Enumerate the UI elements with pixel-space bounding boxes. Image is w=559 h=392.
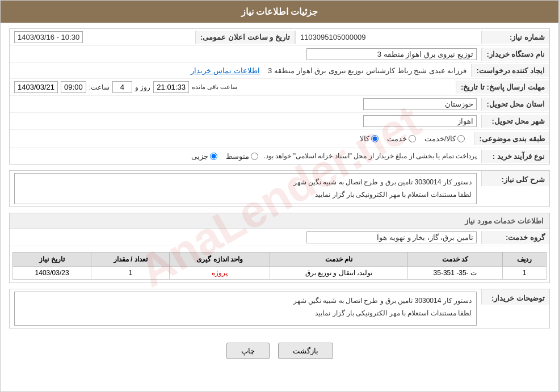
buyer-org-label: نام دستگاه خریدار:: [481, 48, 549, 61]
reply-date-box: 1403/03/21: [14, 81, 58, 93]
service-group-box: تامین برق، گاز، بخار و تهویه هوا: [306, 231, 477, 243]
need-description-value: دستور کار 3030014 تامین برق و طرح اتصال …: [10, 171, 481, 206]
table-row: 1 ت -35- 351-35 تولید، انتقال و توزیع بر…: [13, 267, 547, 280]
need-description-line1: دستور کار 3030014 تامین برق و طرح اتصال …: [19, 176, 472, 189]
category-value: کالا/خدمت خدمت کالا: [10, 130, 474, 147]
reply-deadline-date-row: ساعت باقی مانده 21:01:33 روز و 4 ساعت: 0…: [10, 79, 456, 95]
creator-contact-link[interactable]: اطلاعات تماس خریدار: [191, 66, 259, 75]
reply-deadline-label: مهلت ارسال پاسخ: تا تاریخ:: [456, 81, 549, 94]
buyer-description-section: توضیحات خریدار: دستور کار 3030014 تامین …: [9, 289, 550, 328]
days-value-box: 4: [112, 81, 132, 93]
creator-text: فرزانه عیدی شیخ رباط کارشناس توزیع نیروی…: [268, 66, 466, 75]
purchase-type-row: نوع فرآیند خرید : پرداخت تمام یا بخشی از…: [10, 148, 549, 164]
services-section: اطلاعات خدمات مورد نیاز گروه خدمت: تامین…: [9, 213, 550, 283]
need-description-box: دستور کار 3030014 تامین برق و طرح اتصال …: [14, 173, 477, 204]
services-title: اطلاعات خدمات مورد نیاز: [10, 213, 549, 229]
reply-time-box: 09:00: [61, 81, 86, 93]
service-group-text: تامین برق، گاز، بخار و تهویه هوا: [377, 233, 473, 242]
buyer-desc-value: دستور کار 3030014 تامین برق و طرح اتصال …: [10, 289, 481, 328]
buyer-desc-label: توضیحات خریدار:: [481, 289, 549, 305]
province-label: استان محل تحویل:: [481, 98, 549, 111]
category-kala-khedmat-radio[interactable]: [457, 135, 465, 142]
category-label: طبقه بندی موضوعی:: [474, 132, 549, 145]
purchase-jozii-item: جزیی: [191, 152, 217, 161]
announce-date-text: 1403/03/16 - 10:30: [18, 33, 79, 41]
purchase-jozii-label: جزیی: [191, 152, 208, 161]
cell-count: 1: [91, 267, 170, 280]
cell-date: 1403/03/23: [13, 267, 91, 280]
purchase-motavasset-item: متوسط: [226, 152, 258, 161]
cell-code: ت -35- 351-35: [407, 267, 502, 280]
province-box: خوزستان: [363, 98, 477, 110]
reply-deadline-row: مهلت ارسال پاسخ: تا تاریخ: ساعت باقی مان…: [10, 79, 549, 96]
cell-name: تولید، انتقال و توزیع برق: [270, 267, 407, 280]
creator-label: ایجاد کننده درخواست:: [471, 64, 549, 77]
reply-time-text: 09:00: [64, 83, 83, 91]
buyer-desc-box: دستور کار 3030014 تامین برق و طرح اتصال …: [14, 292, 477, 326]
purchase-jozii-radio[interactable]: [210, 153, 217, 160]
category-kala-label: کالا: [360, 134, 369, 143]
table-header-row: ردیف کد خدمت نام خدمت واحد اندازه گیری ت…: [13, 252, 547, 267]
purchase-type-label: نوع فرآیند خرید :: [481, 150, 549, 163]
province-row: استان محل تحویل: خوزستان: [10, 96, 549, 113]
category-kala-khedmat-item: کالا/خدمت: [424, 134, 465, 143]
page-container: AnaLender.net جزئیات اطلاعات نیاز شماره …: [0, 0, 559, 392]
city-box: اهواز: [363, 115, 477, 127]
category-row: طبقه بندی موضوعی: کالا/خدمت خدمت: [10, 130, 549, 148]
purchase-motavasset-label: متوسط: [226, 152, 249, 161]
reply-date-text: 1403/03/21: [18, 83, 54, 91]
main-content: شماره نیاز: 1103095105000009 تاریخ و ساع…: [1, 23, 558, 373]
main-info-section: شماره نیاز: 1103095105000009 تاریخ و ساع…: [9, 28, 550, 165]
service-group-label: گروه خدمت:: [481, 231, 549, 244]
page-title: جزئیات اطلاعات نیاز: [241, 7, 318, 16]
remain-label: ساعت باقی مانده: [192, 83, 237, 91]
buyer-org-row: نام دستگاه خریدار: توزیع نیروی برق اهواز…: [10, 46, 549, 63]
need-number-label: شماره نیاز:: [481, 31, 549, 44]
buyer-org-text: توزیع نیروی برق اهواز منطقه 3: [377, 50, 473, 58]
announce-date-value: 1403/03/16 - 10:30: [10, 29, 195, 45]
col-date: تاریخ نیاز: [13, 252, 91, 267]
days-label: روز و: [135, 83, 150, 91]
col-unit: واحد اندازه گیری: [170, 252, 270, 267]
days-value-text: 4: [120, 83, 124, 91]
col-code: کد خدمت: [407, 252, 502, 267]
category-kala-item: کالا: [360, 134, 379, 143]
print-button[interactable]: چاپ: [226, 343, 270, 359]
purchase-motavasset-radio[interactable]: [251, 153, 258, 160]
announce-date-label: تاریخ و ساعت اعلان عمومی:: [195, 31, 295, 44]
purchase-radio-group: متوسط جزیی: [191, 152, 258, 161]
services-table: ردیف کد خدمت نام خدمت واحد اندازه گیری ت…: [12, 252, 547, 280]
services-table-wrapper: ردیف کد خدمت نام خدمت واحد اندازه گیری ت…: [10, 246, 549, 283]
col-row: ردیف: [502, 252, 546, 267]
buyer-description-row: توضیحات خریدار: دستور کار 3030014 تامین …: [10, 289, 549, 328]
back-button[interactable]: بازگشت: [278, 343, 333, 359]
category-khedmat-radio[interactable]: [409, 135, 416, 142]
category-kala-radio[interactable]: [371, 135, 379, 142]
col-count: تعداد / مقدار: [91, 252, 170, 267]
category-khedmat-label: خدمت: [387, 134, 407, 143]
time-label: ساعت:: [89, 83, 110, 91]
need-number-row: شماره نیاز: 1103095105000009 تاریخ و ساع…: [10, 29, 549, 46]
city-text: اهواز: [457, 117, 473, 125]
creator-row: ایجاد کننده درخواست: فرزانه عیدی شیخ ربا…: [10, 63, 549, 79]
category-radio-group: کالا/خدمت خدمت کالا: [14, 132, 469, 145]
category-kala-khedmat-label: کالا/خدمت: [424, 134, 456, 143]
need-description-row: شرح کلی نیاز: دستور کار 3030014 تامین بر…: [10, 171, 549, 206]
need-description-section: شرح کلی نیاز: دستور کار 3030014 تامین بر…: [9, 170, 550, 207]
buyer-org-value: توزیع نیروی برق اهواز منطقه 3: [10, 46, 481, 62]
col-name: نام خدمت: [270, 252, 407, 267]
page-header: جزئیات اطلاعات نیاز: [1, 1, 558, 23]
city-label: شهر محل تحویل:: [481, 115, 549, 128]
service-group-row: گروه خدمت: تامین برق، گاز، بخار و تهویه …: [10, 229, 549, 246]
announce-date-box: 1403/03/16 - 10:30: [14, 31, 83, 43]
buyer-desc-line1: دستور کار 3030014 تامین برق و طرح اتصال …: [19, 295, 472, 307]
buyer-desc-line2: لطفا مستندات استعلام با مهر الکترونیکی ب…: [19, 307, 472, 320]
need-description-label: شرح کلی نیاز:: [481, 171, 549, 186]
province-value: خوزستان: [10, 96, 481, 112]
cell-row: 1: [502, 267, 546, 280]
creator-value: فرزانه عیدی شیخ رباط کارشناس توزیع نیروی…: [10, 64, 471, 77]
province-text: خوزستان: [445, 100, 473, 108]
buyer-org-box: توزیع نیروی برق اهواز منطقه 3: [306, 48, 477, 60]
city-row: شهر محل تحویل: اهواز: [10, 113, 549, 130]
remain-time-text: 21:01:33: [157, 83, 186, 91]
